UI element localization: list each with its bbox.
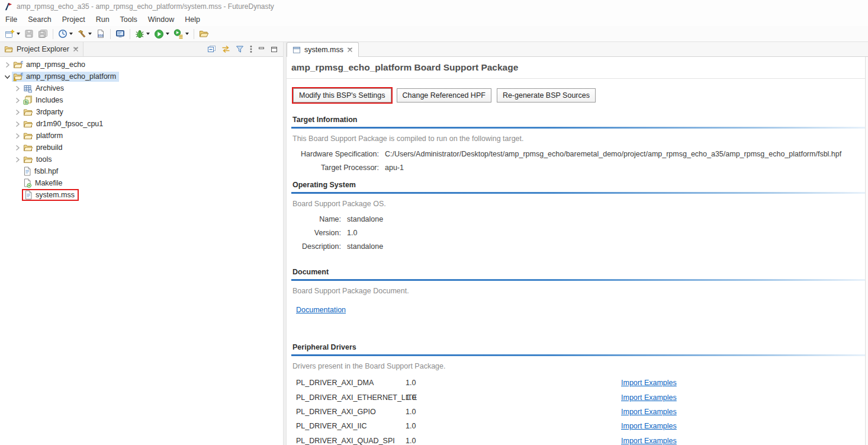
tab-system-mss[interactable]: system.mss — [287, 42, 359, 57]
save-button[interactable] — [22, 27, 36, 41]
import-examples-link[interactable]: Import Examples — [621, 408, 862, 416]
driver-row: PL_DRIVER_AXI_QUAD_SPI 1.0 Import Exampl… — [291, 434, 862, 445]
console-button[interactable] — [114, 27, 127, 41]
view-menu-icon[interactable] — [249, 45, 253, 53]
field-label: Target Processor: — [291, 161, 379, 175]
chevron-down-icon[interactable] — [3, 72, 12, 81]
build-hammer-icon — [77, 29, 86, 39]
save-icon — [24, 29, 34, 39]
tree-item-platform[interactable]: platform — [0, 130, 283, 142]
driver-version: 1.0 — [406, 422, 621, 430]
run-configurations-dropdown-icon[interactable] — [185, 33, 189, 35]
tree-item-tools[interactable]: tools — [0, 153, 283, 165]
chevron-right-icon[interactable] — [13, 107, 22, 117]
tree-item-label: Includes — [36, 96, 63, 104]
tree-item-archives[interactable]: Archives — [0, 82, 283, 94]
clock-gauge-icon — [58, 29, 67, 39]
binary-file-button[interactable]: 010 — [94, 27, 107, 41]
run-configurations-button[interactable] — [172, 27, 191, 41]
svg-text:h: h — [25, 100, 27, 104]
chevron-right-icon[interactable] — [3, 60, 12, 69]
editor-scrollbar[interactable] — [865, 57, 868, 445]
collapse-all-icon[interactable] — [207, 45, 216, 53]
tree-item-label: amp_rpmsg_echo_platform — [26, 72, 116, 81]
tree-item-system-mss[interactable]: system.mss — [0, 189, 283, 201]
section-peripheral-drivers: Peripheral Drivers Drivers present in th… — [291, 343, 862, 445]
tree-item-dr1m90_fpsoc_cpu1[interactable]: dr1m90_fpsoc_cpu1 — [0, 118, 283, 130]
tree-item-label: Archives — [36, 84, 64, 92]
menu-run[interactable]: Run — [91, 14, 115, 25]
includes-icon: h — [23, 95, 33, 105]
close-icon[interactable] — [347, 47, 353, 53]
chevron-right-icon[interactable] — [13, 131, 22, 140]
tree-item-amp_rpmsg_echo[interactable]: C amp_rpmsg_echo — [0, 59, 283, 71]
run-button[interactable] — [152, 27, 171, 41]
filter-icon[interactable] — [236, 45, 244, 53]
chevron-right-icon[interactable] — [13, 143, 22, 152]
chevron-right-icon[interactable] — [13, 155, 22, 164]
build-button[interactable] — [75, 27, 94, 41]
clock-gauge-dropdown-icon[interactable] — [69, 33, 73, 35]
tree-item-prebuild[interactable]: prebuild — [0, 142, 283, 153]
import-examples-link[interactable]: Import Examples — [621, 422, 862, 430]
tree-item-amp_rpmsg_echo_platform[interactable]: C amp_rpmsg_echo_platform — [0, 71, 283, 82]
project-explorer-folder-icon — [4, 45, 13, 53]
archives-icon — [23, 84, 33, 93]
svg-text:C: C — [21, 60, 23, 64]
tree-item-fsbl-hpf[interactable]: fsbl.hpf — [0, 165, 283, 177]
menu-help[interactable]: Help — [179, 14, 205, 25]
debug-button[interactable] — [133, 27, 152, 41]
menu-project[interactable]: Project — [57, 14, 91, 25]
new-wizard-icon — [5, 29, 15, 39]
close-icon[interactable] — [73, 46, 79, 52]
minimize-icon[interactable] — [258, 46, 265, 53]
run-dropdown-icon[interactable] — [166, 33, 169, 35]
change-referenced-hpf-button[interactable]: Change Referenced HPF — [397, 88, 491, 103]
tree-item-label: fsbl.hpf — [34, 167, 58, 175]
driver-row: PL_DRIVER_AXI_GPIO 1.0 Import Examples — [291, 405, 862, 419]
folder-icon — [23, 120, 33, 129]
import-examples-link[interactable]: Import Examples — [621, 393, 862, 402]
open-folder-button[interactable] — [197, 27, 211, 41]
chevron-right-icon[interactable] — [13, 95, 22, 105]
tree-item-includes[interactable]: h Includes — [0, 94, 283, 106]
menu-tools[interactable]: Tools — [115, 14, 143, 25]
svg-text:C: C — [21, 72, 23, 76]
import-examples-link[interactable]: Import Examples — [621, 437, 862, 445]
project-explorer-title: Project Explorer — [17, 45, 69, 53]
section-target-information: Target Information This Board Support Pa… — [291, 116, 862, 175]
build-dropdown-icon[interactable] — [88, 33, 92, 35]
debug-dropdown-icon[interactable] — [146, 33, 150, 35]
menu-search[interactable]: Search — [22, 14, 57, 25]
documentation-link[interactable]: Documentation — [296, 306, 346, 314]
driver-name: PL_DRIVER_AXI_GPIO — [296, 408, 406, 416]
tree-item-3rdparty[interactable]: 3rdparty — [0, 106, 283, 118]
chevron-right-icon[interactable] — [13, 119, 22, 129]
regenerate-bsp-sources-button[interactable]: Re-generate BSP Sources — [497, 88, 596, 103]
section-title: Operating System — [291, 181, 862, 192]
import-examples-link[interactable]: Import Examples — [621, 379, 862, 387]
new-wizard-button[interactable] — [3, 27, 22, 41]
tree-item-label: prebuild — [36, 143, 62, 152]
save-all-button[interactable] — [36, 27, 50, 41]
driver-version: 1.0 — [406, 437, 621, 445]
new-wizard-dropdown-icon[interactable] — [17, 33, 20, 35]
chevron-right-icon[interactable] — [13, 84, 22, 93]
tree-item-makefile[interactable]: Makefile — [0, 177, 283, 189]
driver-version: 1.0 — [406, 408, 621, 416]
section-title: Peripheral Drivers — [291, 343, 862, 354]
link-with-editor-icon[interactable] — [221, 45, 230, 53]
toolbar-separator — [110, 29, 111, 39]
driver-row: PL_DRIVER_AXI_DMA 1.0 Import Examples — [291, 376, 862, 390]
tree-item-label: 3rdparty — [36, 108, 63, 116]
clock-gauge-button[interactable] — [56, 27, 75, 41]
maximize-icon[interactable] — [271, 46, 278, 53]
section-rule — [291, 192, 868, 194]
menu-file[interactable]: File — [0, 14, 22, 25]
modify-bsp-settings-button[interactable]: Modify this BSP's Settings — [293, 88, 391, 103]
toolbar-separator — [130, 29, 130, 39]
driver-name: PL_DRIVER_AXI_QUAD_SPI — [296, 437, 406, 445]
field-label: Name: — [291, 213, 341, 226]
project-explorer-tab[interactable]: Project Explorer — [0, 42, 83, 56]
menu-window[interactable]: Window — [143, 14, 179, 25]
